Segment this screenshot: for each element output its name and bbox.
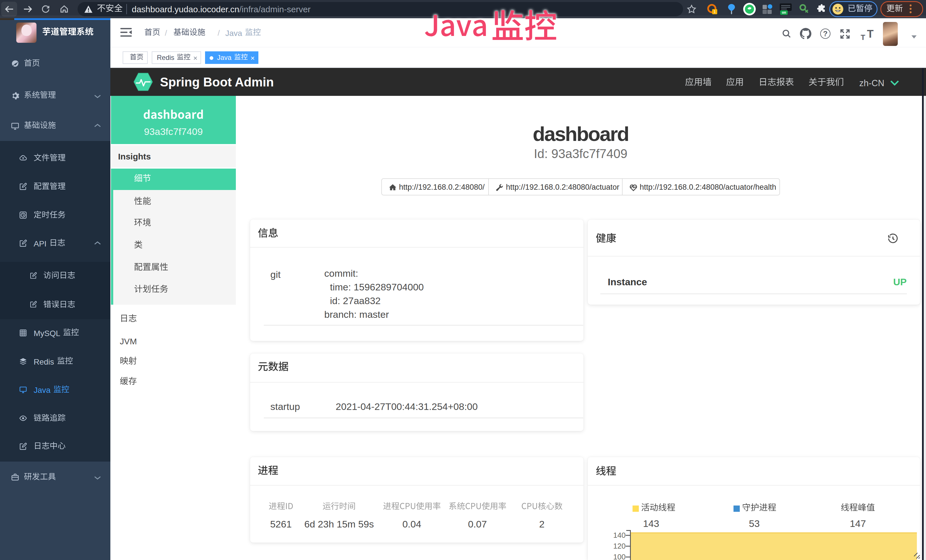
svg-text:on: on [782,11,786,15]
svg-text:1: 1 [714,9,716,14]
